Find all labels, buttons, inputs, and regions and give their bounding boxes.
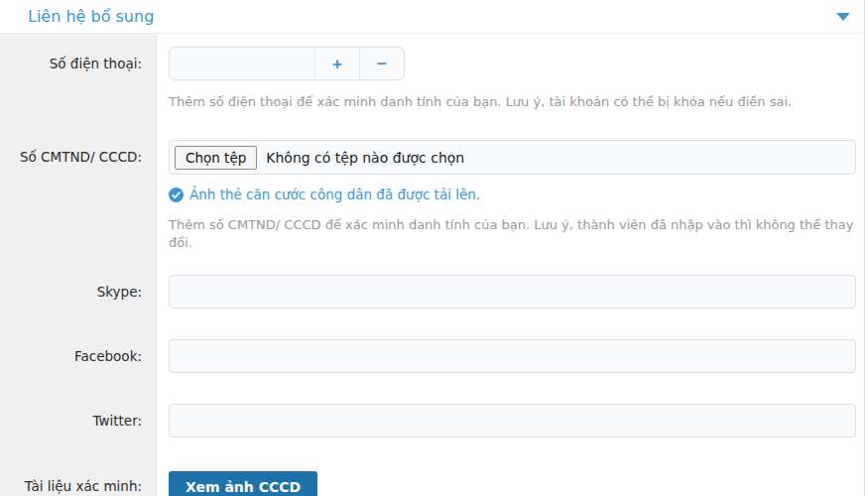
form-body: Số điện thoại: + − Thêm số điện thoại để… bbox=[0, 34, 864, 496]
twitter-label: Twitter: bbox=[0, 391, 157, 455]
twitter-row: Twitter: bbox=[0, 391, 864, 455]
phone-input[interactable] bbox=[170, 48, 314, 79]
verification-docs-row: Tài liệu xác minh: Xem ảnh CCCD bbox=[0, 455, 864, 496]
check-circle-icon bbox=[169, 187, 184, 202]
add-phone-button[interactable]: + bbox=[314, 48, 359, 79]
collapse-caret-icon[interactable] bbox=[836, 13, 850, 21]
skype-row: Skype: bbox=[0, 262, 864, 326]
id-card-row: Số CMTND/ CCCD: Chọn tệp Không có tệp nà… bbox=[0, 122, 864, 262]
panel-title: Liên hệ bổ sung bbox=[28, 7, 154, 26]
phone-row: Số điện thoại: + − Thêm số điện thoại để… bbox=[0, 34, 864, 122]
panel-header: Liên hệ bổ sung bbox=[0, 0, 864, 34]
id-card-file-input[interactable]: Chọn tệp Không có tệp nào được chọn bbox=[169, 140, 856, 175]
file-status-text: Không có tệp nào được chọn bbox=[266, 150, 464, 166]
choose-file-button[interactable]: Chọn tệp bbox=[175, 146, 257, 170]
phone-input-group: + − bbox=[169, 47, 405, 80]
remove-phone-button[interactable]: − bbox=[359, 48, 404, 79]
facebook-label: Facebook: bbox=[0, 326, 157, 391]
id-card-helper-text: Thêm số CMTND/ CCCD để xác minh danh tín… bbox=[169, 216, 856, 252]
additional-contact-panel: Liên hệ bổ sung Số điện thoại: + − Thêm … bbox=[0, 0, 865, 496]
verification-docs-label: Tài liệu xác minh: bbox=[0, 455, 157, 496]
upload-success-text: Ảnh thẻ căn cước công dân đã được tải lê… bbox=[189, 186, 480, 202]
skype-input[interactable] bbox=[169, 275, 856, 309]
skype-label: Skype: bbox=[0, 262, 157, 326]
phone-label: Số điện thoại: bbox=[0, 34, 157, 122]
view-id-photo-button[interactable]: Xem ảnh CCCD bbox=[169, 471, 317, 496]
facebook-input[interactable] bbox=[169, 339, 856, 373]
upload-success-note: Ảnh thẻ căn cước công dân đã được tải lê… bbox=[169, 185, 856, 204]
twitter-input[interactable] bbox=[169, 404, 856, 437]
id-card-label: Số CMTND/ CCCD: bbox=[0, 122, 157, 262]
phone-helper-text: Thêm số điện thoại để xác minh danh tính… bbox=[169, 93, 856, 111]
facebook-row: Facebook: bbox=[0, 326, 864, 391]
